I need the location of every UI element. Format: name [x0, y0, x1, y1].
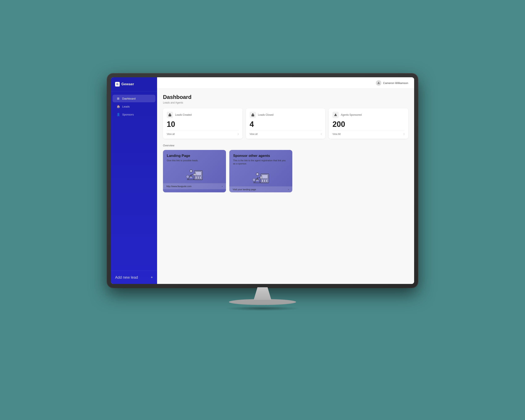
- svg-line-30: [259, 181, 260, 183]
- stat-footer-leads-closed: View all ›: [250, 131, 322, 135]
- topbar: Cameron Williamson: [157, 77, 414, 89]
- overview-card-body-landing: Landing Page Give this link to possible …: [163, 150, 226, 166]
- sidebar-item-sponsors[interactable]: 👤 Sponsors: [112, 111, 155, 118]
- overview-card-footer-landing[interactable]: http://www.faxqpute.com ›: [163, 183, 226, 189]
- sponsors-icon: 👤: [116, 113, 120, 116]
- svg-rect-22: [264, 179, 265, 182]
- chevron-right-icon-leads-closed: ›: [321, 132, 321, 135]
- svg-point-10: [190, 170, 193, 172]
- monitor-bezel: G Gewaer ⊞ Dashboard 🏠 Leads: [107, 74, 418, 288]
- monitor-screen: G Gewaer ⊞ Dashboard 🏠 Leads: [111, 77, 414, 284]
- landing-page-chevron-icon: ›: [222, 185, 223, 187]
- user-info: Cameron Williamson: [376, 80, 408, 86]
- page-body: Dashboard Leads and Agents: [157, 89, 414, 284]
- landing-page-illustration: [163, 166, 226, 183]
- landing-page-desc: Give this link to possible leads.: [167, 159, 222, 162]
- svg-line-13: [191, 174, 193, 175]
- view-all-leads-created[interactable]: View all: [167, 133, 175, 135]
- svg-line-15: [193, 178, 194, 180]
- monitor-stand-neck: [250, 287, 275, 300]
- landing-page-url: http://www.faxqpute.com: [166, 185, 192, 187]
- overview-cards: Landing Page Give this link to possible …: [163, 150, 408, 193]
- svg-point-17: [186, 175, 189, 178]
- svg-rect-31: [260, 176, 262, 179]
- sidebar-item-leads[interactable]: 🏠 Leads: [112, 103, 155, 110]
- svg-rect-21: [262, 179, 263, 182]
- chevron-right-icon-leads-created: ›: [238, 132, 239, 135]
- add-lead-button[interactable]: Add new lead +: [114, 274, 154, 281]
- stat-card-header-leads-created: Leads Created: [167, 112, 239, 118]
- stat-number-agents-sponsored: 200: [332, 120, 404, 129]
- stat-footer-agents-sponsored: View All ›: [332, 131, 404, 135]
- stat-label-agents-sponsored: Agents Sponsored: [341, 113, 362, 116]
- add-lead-label: Add new lead: [115, 276, 138, 279]
- svg-rect-23: [266, 179, 267, 182]
- sponsor-agents-url: Visit your landing page: [233, 188, 256, 191]
- monitor-stand-base: [229, 299, 296, 305]
- view-all-agents-sponsored[interactable]: View All: [332, 133, 340, 135]
- stat-card-header-leads-closed: Leads Closed: [250, 112, 322, 118]
- overview-card-sponsor-agents[interactable]: Sponsor other agents This is the link to…: [229, 150, 292, 193]
- view-all-leads-closed[interactable]: View all: [250, 133, 258, 135]
- svg-point-25: [256, 173, 259, 176]
- stat-number-leads-closed: 4: [250, 120, 322, 129]
- svg-point-0: [378, 82, 379, 83]
- logo-area: G Gewaer: [111, 77, 157, 91]
- overview-label: Overview: [163, 144, 408, 147]
- overview-card-footer-sponsor[interactable]: Visit your landing page ›: [229, 186, 292, 192]
- svg-point-32: [253, 178, 255, 181]
- landing-page-title: Landing Page: [167, 154, 222, 158]
- stat-card-leads-created: Leads Created 10 View all ›: [163, 108, 243, 139]
- avatar: [376, 80, 381, 86]
- stat-icon-leads-created: [167, 112, 173, 118]
- sidebar: G Gewaer ⊞ Dashboard 🏠 Leads: [111, 77, 157, 284]
- sponsor-agents-desc: This is the link to the agent registrati…: [233, 159, 289, 166]
- sidebar-sponsors-label: Sponsors: [122, 113, 134, 116]
- stat-footer-leads-created: View all ›: [167, 131, 239, 135]
- stat-label-leads-created: Leads Created: [175, 113, 192, 116]
- main-content: Cameron Williamson Dashboard Leads and A…: [157, 77, 414, 284]
- overview-card-landing-page[interactable]: Landing Page Give this link to possible …: [163, 150, 226, 193]
- logo-icon: G: [115, 82, 120, 86]
- page-title: Dashboard: [163, 94, 408, 100]
- logo-text: Gewaer: [121, 82, 134, 86]
- sponsor-agents-chevron-icon: ›: [288, 188, 289, 191]
- sponsor-agents-title: Sponsor other agents: [233, 154, 289, 158]
- svg-line-14: [188, 178, 189, 180]
- svg-rect-7: [197, 176, 199, 179]
- stat-card-agents-sponsored: Agents Sponsored 200 View All ›: [329, 108, 408, 139]
- svg-rect-5: [196, 172, 202, 175]
- screen-inner: G Gewaer ⊞ Dashboard 🏠 Leads: [111, 77, 414, 284]
- stat-card-header-agents-sponsored: Agents Sponsored: [332, 112, 404, 118]
- page-subtitle: Leads and Agents: [163, 101, 408, 104]
- svg-line-29: [255, 181, 256, 183]
- svg-rect-16: [193, 174, 196, 176]
- add-lead-plus-icon: +: [150, 276, 153, 279]
- svg-rect-20: [262, 175, 268, 178]
- stat-icon-agents-sponsored: [332, 112, 339, 118]
- monitor-shadow: [225, 306, 300, 311]
- sidebar-dashboard-label: Dashboard: [122, 97, 136, 100]
- stat-card-leads-closed: Leads Closed 4 View all ›: [246, 108, 326, 139]
- sidebar-nav: ⊞ Dashboard 🏠 Leads 👤 Sponsors: [111, 91, 157, 271]
- svg-rect-1: [169, 114, 171, 116]
- overview-card-body-sponsor: Sponsor other agents This is the link to…: [229, 150, 292, 170]
- sidebar-item-dashboard[interactable]: ⊞ Dashboard: [112, 95, 155, 102]
- stats-row: Leads Created 10 View all ›: [163, 108, 408, 139]
- chevron-right-icon-agents-sponsored: ›: [404, 132, 404, 135]
- user-name: Cameron Williamson: [383, 82, 408, 85]
- svg-point-3: [335, 114, 336, 115]
- leads-icon: 🏠: [116, 105, 120, 108]
- stat-label-leads-closed: Leads Closed: [258, 113, 273, 116]
- sponsor-agents-illustration: [229, 169, 292, 186]
- svg-rect-6: [196, 176, 197, 179]
- sidebar-bottom: Add new lead +: [111, 271, 157, 284]
- stat-icon-leads-closed: [250, 112, 256, 118]
- sidebar-leads-label: Leads: [122, 105, 130, 108]
- monitor-container: G Gewaer ⊞ Dashboard 🏠 Leads: [94, 74, 431, 346]
- stat-number-leads-created: 10: [167, 120, 239, 129]
- svg-rect-2: [251, 114, 254, 116]
- home-icon: ⊞: [116, 97, 120, 100]
- svg-rect-8: [199, 176, 201, 179]
